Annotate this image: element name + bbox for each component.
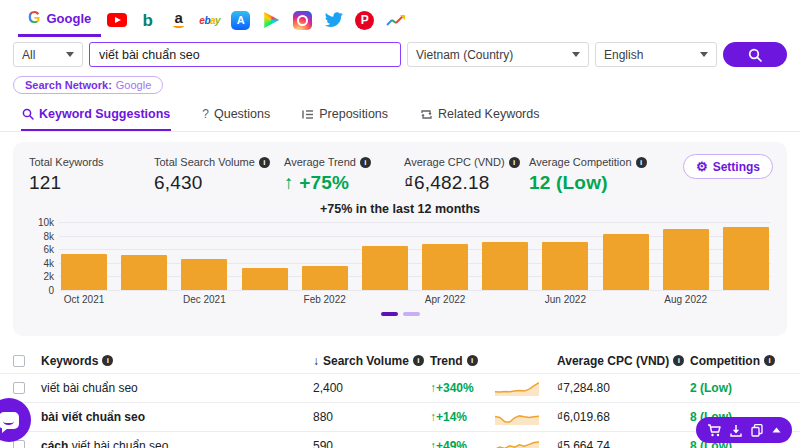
country-select[interactable]: Vietnam (Country) — [407, 42, 589, 67]
cart-icon — [707, 424, 721, 437]
settings-button-label: Settings — [713, 160, 760, 174]
x-axis-tick: Dec 2021 — [181, 294, 227, 305]
chart-title: +75% in the last 12 months — [29, 202, 771, 216]
y-axis-tick: 10k — [38, 217, 54, 228]
chart-bar — [302, 266, 348, 290]
search-input[interactable] — [89, 42, 401, 67]
engine-tab-youtube[interactable] — [101, 7, 132, 37]
chart-bar — [723, 227, 769, 290]
chart-bar — [242, 268, 288, 290]
tab-prepositions[interactable]: Prepositions — [301, 100, 389, 131]
table-body: viết bài chuẩn seo2,400↑+340%₫7,284.802 … — [0, 374, 800, 448]
table-row: cách viết bài chuẩn seo590↑+49%₫5,664.74… — [0, 432, 800, 448]
keyword-cell[interactable]: viết bài chuẩn seo — [41, 381, 313, 395]
stat-value: 6,430 — [154, 172, 284, 194]
info-icon[interactable]: i — [259, 157, 270, 168]
stat-value: +75% — [299, 172, 349, 193]
settings-button[interactable]: ⚙ Settings — [683, 154, 773, 179]
competition-cell: 2 (Low) — [690, 381, 800, 395]
googleplay-icon — [264, 12, 279, 28]
info-icon[interactable]: i — [102, 355, 113, 366]
info-icon[interactable]: i — [360, 157, 371, 168]
copy-icon — [751, 424, 763, 437]
stat-label: Average Trend — [284, 156, 356, 168]
tab-label: Questions — [214, 107, 270, 121]
stat-label: Average CPC (VND) — [404, 156, 505, 168]
ebay-icon: ebay — [199, 15, 220, 26]
keyword-cell[interactable]: cách viết bài chuẩn seo — [41, 439, 313, 448]
select-all-checkbox[interactable] — [13, 355, 25, 367]
x-axis-tick: Apr 2022 — [422, 294, 468, 305]
x-axis-tick: Oct 2021 — [61, 294, 107, 305]
twitter-icon — [324, 12, 343, 28]
engine-tab-amazon[interactable]: a — [163, 7, 194, 37]
column-header-competition[interactable]: Competition — [690, 354, 760, 368]
google-logo-icon: G — [28, 9, 40, 27]
info-icon[interactable]: i — [673, 355, 684, 366]
pinterest-icon: P — [355, 11, 374, 30]
export-toolbar[interactable] — [696, 417, 792, 443]
engine-tab-bing[interactable]: b — [132, 7, 163, 37]
chevron-down-icon — [66, 52, 74, 57]
google-trends-icon — [386, 13, 406, 27]
network-badge-label: Search Network: — [25, 79, 112, 91]
column-header-volume[interactable]: Search Volume — [323, 354, 409, 368]
scope-select[interactable]: All — [13, 42, 83, 67]
x-axis-tick — [723, 294, 769, 305]
trend-cell: ↑+340% — [430, 381, 495, 395]
y-axis-tick: 4k — [43, 257, 54, 268]
chart-page-indicator[interactable] — [403, 312, 420, 316]
keyword-cell[interactable]: bài viết chuẩn seo — [41, 410, 313, 424]
engine-tab-appstore[interactable]: A — [225, 7, 256, 37]
engine-tab-googleplay[interactable] — [256, 7, 287, 37]
info-icon[interactable]: i — [413, 355, 424, 366]
engine-tab-pinterest[interactable]: P — [349, 7, 380, 37]
engine-tab-instagram[interactable] — [287, 7, 318, 37]
gear-icon: ⚙ — [696, 160, 708, 173]
result-tabs: Keyword Suggestions ? Questions Preposit… — [0, 96, 800, 132]
language-select[interactable]: English — [595, 42, 717, 67]
info-icon[interactable]: i — [467, 355, 478, 366]
column-header-cpc[interactable]: Average CPC (VND) — [557, 354, 669, 368]
search-network-badge[interactable]: Search Network: Google — [13, 76, 163, 94]
column-header-trend[interactable]: Trend — [430, 354, 463, 368]
chart-page-indicator[interactable] — [381, 312, 398, 316]
x-axis-tick: Aug 2022 — [663, 294, 709, 305]
table-row: bài viết chuẩn seo880↑+14%₫6,019.688 (Lo… — [0, 403, 800, 432]
chart-bar — [542, 242, 588, 290]
chart-pager — [29, 312, 771, 316]
tab-questions[interactable]: ? Questions — [201, 100, 271, 131]
sort-desc-icon[interactable]: ↓ — [313, 354, 319, 368]
info-icon[interactable]: i — [764, 355, 775, 366]
stat-value: ₫6,482.18 — [404, 172, 529, 194]
language-select-value: English — [604, 48, 643, 62]
amazon-icon: a — [173, 12, 184, 28]
engine-tab-trends[interactable] — [380, 7, 411, 37]
y-axis-tick: 8k — [43, 230, 54, 241]
x-axis-tick: Feb 2022 — [302, 294, 348, 305]
chart-bar — [362, 246, 408, 290]
y-axis-tick: 2k — [43, 271, 54, 282]
info-icon[interactable]: i — [509, 157, 520, 168]
country-select-value: Vietnam (Country) — [416, 48, 513, 62]
volume-cell: 2,400 — [313, 381, 430, 395]
x-axis-tick — [362, 294, 408, 305]
stat-average-cpc: Average CPC (VND)i ₫6,482.18 — [404, 156, 529, 194]
engine-tab-twitter[interactable] — [318, 7, 349, 37]
chart-bar — [663, 229, 709, 290]
tab-keyword-suggestions[interactable]: Keyword Suggestions — [21, 100, 171, 131]
row-checkbox[interactable] — [13, 382, 25, 394]
engine-tab-ebay[interactable]: ebay — [194, 7, 225, 37]
info-icon[interactable]: i — [636, 157, 647, 168]
network-badge-value: Google — [116, 79, 151, 91]
x-axis-tick — [482, 294, 528, 305]
tab-related-keywords[interactable]: Related Keywords — [419, 100, 540, 131]
stat-label: Average Competition — [529, 156, 632, 168]
engine-tab-google[interactable]: G Google — [18, 1, 101, 37]
volume-cell: 590 — [313, 439, 430, 448]
y-axis-tick: 6k — [43, 244, 54, 255]
chevron-down-icon — [700, 52, 708, 57]
search-button[interactable] — [723, 42, 787, 67]
scope-select-value: All — [22, 48, 35, 62]
column-header-keywords[interactable]: Keywords — [41, 354, 98, 368]
